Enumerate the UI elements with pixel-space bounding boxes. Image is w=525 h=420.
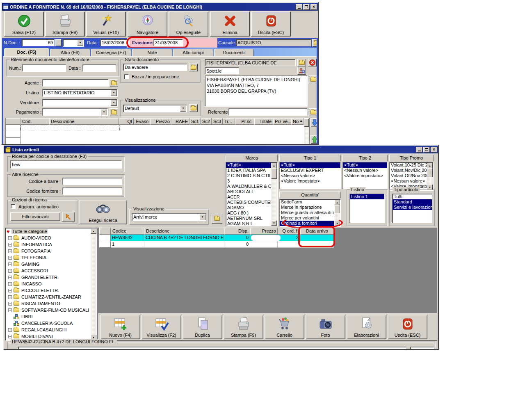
chevron-down-icon[interactable]: ▼: [180, 105, 186, 112]
tree-expander-icon[interactable]: +: [8, 328, 12, 332]
tree-expander-icon[interactable]: +: [8, 302, 12, 306]
pagamento-folder-button[interactable]: [110, 108, 118, 116]
duplica-button[interactable]: Duplica: [183, 315, 222, 339]
aggiorn-checkbox[interactable]: [11, 204, 16, 209]
row-selector-cell[interactable]: [6, 131, 21, 138]
quantita-header[interactable]: Quantita': [279, 192, 341, 198]
scroll-down-icon[interactable]: ▼: [334, 221, 340, 226]
lista-visualizzazione-combobox[interactable]: Arrivi merce▼: [132, 213, 206, 221]
results-column-header[interactable]: Q ord. f.: [278, 228, 300, 235]
listino-combobox[interactable]: LISTINO INTESTATARIO▼: [42, 89, 118, 97]
list-item[interactable]: SottoFarm: [280, 199, 335, 205]
op-eseguite-button[interactable]: Op.eseguite: [169, 11, 208, 37]
ndoc-spin-button[interactable]: [55, 39, 62, 46]
scroll-up-icon[interactable]: ▲: [91, 228, 96, 234]
stampa-f9-button[interactable]: Stampa (F9): [224, 315, 263, 339]
rif-num-input[interactable]: [22, 64, 66, 72]
tipo-promo-scrollbar[interactable]: ▲ ▼: [427, 163, 433, 190]
results-column-header[interactable]: Codice: [111, 228, 144, 235]
chevron-down-icon[interactable]: ▼: [111, 90, 117, 96]
codice-fornitore-input[interactable]: [62, 187, 122, 195]
person-search-button[interactable]: [297, 67, 306, 75]
tree-item[interactable]: + ACCESSORI: [5, 267, 91, 274]
minimize-icon[interactable]: [416, 147, 422, 153]
grid-column-header[interactable]: Tr...: [223, 118, 235, 125]
venditore-combobox[interactable]: ▼: [42, 99, 118, 107]
results-column-header[interactable]: Descrizione: [144, 228, 224, 235]
results-column-header[interactable]: Data arrivo: [300, 228, 334, 235]
intestatario-folder-button[interactable]: [297, 59, 306, 66]
nuovo-button[interactable]: Nuovo (F4): [100, 315, 140, 339]
navigatore-button[interactable]: Navigatore: [128, 11, 167, 37]
list-item[interactable]: AGAM S.R.L: [226, 221, 272, 226]
data-input[interactable]: [100, 39, 130, 46]
scroll-up-icon[interactable]: ▲: [271, 163, 277, 168]
tree-item[interactable]: + INCASSO: [5, 281, 91, 287]
close-icon[interactable]: ×: [310, 4, 317, 10]
stato-folder-button[interactable]: [189, 64, 198, 71]
scroll-up-icon[interactable]: ▲: [334, 200, 340, 205]
chevron-down-icon[interactable]: ▼: [77, 40, 83, 46]
list-item[interactable]: 1 IDEA ITALIA SPA: [226, 168, 272, 173]
spett-input[interactable]: [205, 67, 239, 74]
list-item[interactable]: ESCLUSIVI EXPERT: [280, 168, 340, 173]
tipo-promo-header[interactable]: Tipo Promo: [389, 155, 434, 161]
table-row[interactable]: 1 0: [99, 241, 334, 248]
stampa-button[interactable]: Stampa (F9): [45, 11, 85, 37]
list-item[interactable]: <Nessun valore>: [280, 173, 340, 178]
tab-note[interactable]: Note: [132, 49, 172, 56]
list-item[interactable]: Volant.10-25 Dic 2: [390, 162, 427, 168]
tree-expander-icon[interactable]: +: [8, 256, 12, 260]
list-item[interactable]: Listino 1: [350, 194, 384, 199]
visualizza-button[interactable]: Visualizza (F2): [142, 315, 181, 339]
tree-expander-icon[interactable]: +: [8, 243, 12, 247]
marca-header[interactable]: Marca: [226, 155, 278, 161]
intestatario-input[interactable]: [205, 59, 296, 66]
tab-doc[interactable]: Doc. (F5): [4, 48, 49, 56]
tree-item[interactable]: + PICCOLI ELETTR.: [5, 287, 91, 294]
results-column-header[interactable]: Disp.: [224, 228, 250, 235]
list-item[interactable]: Standard: [393, 199, 432, 205]
filtri-avanzati-button[interactable]: Filtri avanzati: [10, 212, 60, 221]
grid-column-header[interactable]: RAEE: [171, 118, 189, 125]
list-item[interactable]: 3: [226, 178, 272, 184]
grid-column-header[interactable]: Prezzo: [150, 118, 171, 125]
list-item[interactable]: <Nessun valore>: [390, 178, 427, 184]
referente-input[interactable]: [228, 108, 307, 116]
tree-item[interactable]: + GRANDI ELETTR.: [5, 274, 91, 281]
grid-column-header[interactable]: Prz ve...: [273, 118, 291, 125]
esegui-ricerca-button[interactable]: Esegui ricerca: [79, 200, 127, 224]
grid-column-header[interactable]: Sc1: [189, 118, 201, 125]
list-item[interactable]: AEG ( 80 ): [226, 210, 272, 216]
referente-folder-button[interactable]: [309, 108, 317, 116]
tree-item[interactable]: + RISCALDAMENTO: [5, 300, 91, 307]
tree-expander-icon[interactable]: +: [8, 276, 12, 279]
tree-expander-icon[interactable]: +: [8, 295, 12, 299]
evasione-input[interactable]: [153, 39, 183, 46]
tree-scrollbar[interactable]: ▲ ▼: [91, 228, 96, 340]
results-column-header[interactable]: Prezzo: [250, 228, 278, 235]
uscita-button[interactable]: Uscita (ESC): [251, 11, 291, 37]
tipo-promo-listbox[interactable]: Volant.10-25 Dic 2Volant.Nov/Dic 20Volan…: [389, 162, 434, 191]
tree-item[interactable]: + FOTOGRAFIA: [5, 248, 91, 254]
tab-consegna[interactable]: Consegna (F7): [91, 49, 131, 56]
tree-expander-icon[interactable]: +: [8, 249, 12, 253]
tipo2-header[interactable]: Tipo 2: [342, 155, 388, 161]
tree-item[interactable]: + GAMING: [5, 261, 91, 267]
grid-column-header[interactable]: Totale: [254, 118, 273, 125]
tree-item[interactable]: + LIBRI: [5, 313, 91, 320]
sort-arrow-icon[interactable]: ▲: [299, 119, 303, 123]
tree-expander-icon[interactable]: +: [8, 289, 12, 292]
list-item[interactable]: <Tutti>: [280, 162, 340, 168]
tree-item[interactable]: + AUDIO-VIDEO: [5, 235, 91, 241]
tab-altri-campi[interactable]: Altri campi: [173, 49, 213, 56]
list-item[interactable]: ABDOOLALL: [226, 189, 272, 194]
row-selector-cell[interactable]: [99, 235, 111, 241]
tree-item[interactable]: + INFORMATICA: [5, 241, 91, 248]
lista-titlebar[interactable]: Lista articoli ×: [4, 146, 438, 153]
list-item[interactable]: A.WALDMULLER & C: [226, 184, 272, 189]
tree-item[interactable]: + CLIMATIZZ-VENTIL-ZANZAR: [5, 294, 91, 300]
row-selector-cell[interactable]: [6, 125, 21, 131]
grid-column-header[interactable]: Sc2: [201, 118, 212, 125]
list-item[interactable]: <Tutti>: [343, 162, 387, 168]
